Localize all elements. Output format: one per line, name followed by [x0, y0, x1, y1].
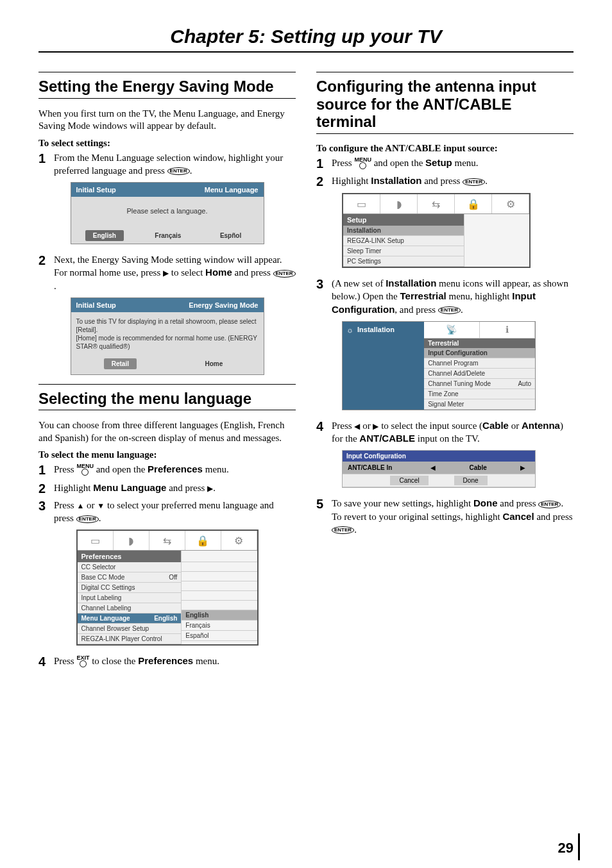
text: to select — [169, 267, 205, 278]
text: Press — [332, 421, 354, 431]
osd-title: Preferences — [78, 551, 182, 562]
tab-icon: ▭ — [78, 531, 114, 550]
text: and press — [166, 483, 207, 493]
osd-title-left: Initial Setup — [76, 186, 116, 194]
done-button[interactable]: Done — [454, 476, 488, 485]
input-row[interactable]: ANT/CABLE In ◀ Cable ▶ — [343, 462, 535, 474]
text: , and press — [395, 305, 438, 315]
up-arrow-icon: ▲ — [76, 501, 84, 510]
osd-button-francais[interactable]: Français — [147, 230, 189, 241]
text: Press — [54, 464, 76, 474]
ui-term: Done — [473, 497, 498, 508]
text: Press — [54, 656, 76, 666]
enter-icon: ENTER — [273, 270, 296, 278]
menu-row-highlighted[interactable]: Menu LanguageEnglish — [78, 613, 182, 624]
lead-text: To select settings: — [38, 138, 296, 149]
intro-text: You can choose from three different lang… — [38, 419, 296, 444]
tab-icon: ▭ — [343, 194, 380, 213]
tab-icon: 🔒 — [185, 531, 221, 550]
page-number: 29 — [558, 840, 574, 856]
rule — [316, 133, 574, 134]
step-number: 5 — [316, 497, 332, 510]
ui-term: Home — [205, 267, 232, 278]
label: ANT/CABLE In — [344, 463, 422, 472]
osd-title: Input Configuration — [343, 451, 535, 462]
ui-term: Installation — [371, 175, 421, 186]
left-arrow-icon[interactable]: ◀ — [422, 463, 444, 472]
osd-button-home[interactable]: Home — [197, 358, 230, 369]
osd-installation-menu: Installation 📡 ℹ Terrestrial Input Confi… — [342, 321, 536, 410]
menu-row[interactable]: Channel Browser Setup — [78, 624, 182, 634]
rule — [38, 98, 296, 99]
step-text: Press MENU and open the Preferences menu… — [54, 463, 296, 477]
menu-row[interactable]: REGZA-LINK Setup — [343, 236, 464, 246]
menu-row[interactable]: Sleep Timer — [343, 246, 464, 256]
menu-row[interactable]: Channel Labeling — [78, 603, 182, 613]
gear-icon — [346, 326, 355, 335]
text: and press — [232, 267, 273, 278]
option-francais[interactable]: Français — [182, 621, 257, 631]
enter-icon: ENTER — [332, 526, 354, 534]
osd-button-english[interactable]: English — [85, 230, 124, 241]
step-number: 4 — [316, 419, 332, 433]
option-english[interactable]: English — [182, 610, 257, 621]
text: Highlight — [54, 483, 93, 493]
osd-button-retail[interactable]: Retail — [104, 358, 137, 369]
tab-icon: 📡 — [424, 322, 479, 338]
tab-icon: 🔒 — [455, 194, 492, 213]
ui-term: Antenna — [522, 420, 560, 431]
menu-row[interactable]: PC Settings — [343, 256, 464, 267]
right-arrow-icon: ▶ — [207, 484, 213, 493]
step-text: Press MENU and open the Setup menu. — [332, 156, 574, 171]
text: or — [84, 500, 97, 510]
cancel-button[interactable]: Cancel — [390, 476, 428, 485]
step-text: Press ◀ or ▶ to select the input source … — [332, 419, 574, 446]
ui-term: ANT/CABLE — [359, 433, 415, 444]
ui-term: Cable — [482, 420, 509, 431]
right-arrow-icon[interactable]: ▶ — [512, 463, 534, 472]
step-number: 3 — [38, 499, 54, 512]
text: menu. — [193, 656, 219, 666]
menu-row[interactable]: Channel Add/Delete — [424, 369, 535, 379]
down-arrow-icon: ▼ — [97, 501, 105, 510]
text: and press — [421, 176, 463, 186]
step-text: Press ▲ or ▼ to select your preferred me… — [54, 499, 296, 525]
step-number: 1 — [316, 156, 332, 170]
lead-text: To select the menu language: — [38, 449, 296, 460]
ui-term: Cancel — [502, 511, 534, 522]
text: To save your new settings, highlight — [332, 498, 473, 508]
osd-title-right: Energy Saving Mode — [189, 301, 258, 309]
menu-row-highlighted[interactable]: Input Configuration — [424, 348, 535, 358]
menu-row[interactable]: Time Zone — [424, 389, 535, 399]
menu-row[interactable]: Base CC ModeOff — [78, 572, 182, 583]
osd-initial-setup-language: Initial Setup Menu Language Please selec… — [71, 182, 264, 244]
value: Cable — [444, 463, 512, 472]
text: or — [360, 421, 373, 431]
menu-row[interactable]: REGZA-LINK Player Control — [78, 634, 182, 644]
ui-term: Menu Language — [93, 482, 166, 493]
rule — [38, 410, 296, 410]
menu-row[interactable]: Signal Meter — [424, 399, 535, 410]
osd-body: Please select a language. — [71, 197, 264, 225]
ui-term: Installation — [386, 278, 436, 288]
tab-icon: ⚙ — [221, 531, 257, 550]
option-espanol[interactable]: Español — [182, 631, 257, 641]
text: to select the input source ( — [378, 421, 482, 431]
text: and open the — [371, 158, 425, 168]
step-number: 1 — [38, 463, 54, 476]
intro-text: When you first turn on the TV, the Menu … — [38, 108, 296, 133]
menu-row[interactable]: Channel Tuning ModeAuto — [424, 379, 535, 389]
text: (A new set of — [332, 278, 386, 288]
step-number: 3 — [316, 277, 332, 290]
step-text: (A new set of Installation menu icons wi… — [332, 277, 574, 316]
menu-row[interactable]: CC Selector — [78, 562, 182, 572]
step-text: Press EXIT to close the Preferences menu… — [54, 655, 296, 669]
menu-row[interactable]: Digital CC Settings — [78, 583, 182, 593]
menu-row-highlighted[interactable]: Installation — [343, 226, 464, 236]
menu-row[interactable]: Channel Program — [424, 358, 535, 369]
menu-row[interactable]: Input Labeling — [78, 593, 182, 603]
tab-icon: ⇆ — [149, 531, 185, 550]
osd-input-configuration: Input Configuration ANT/CABLE In ◀ Cable… — [342, 450, 536, 488]
osd-button-espanol[interactable]: Espñol — [212, 230, 249, 241]
step-number: 2 — [316, 174, 332, 188]
